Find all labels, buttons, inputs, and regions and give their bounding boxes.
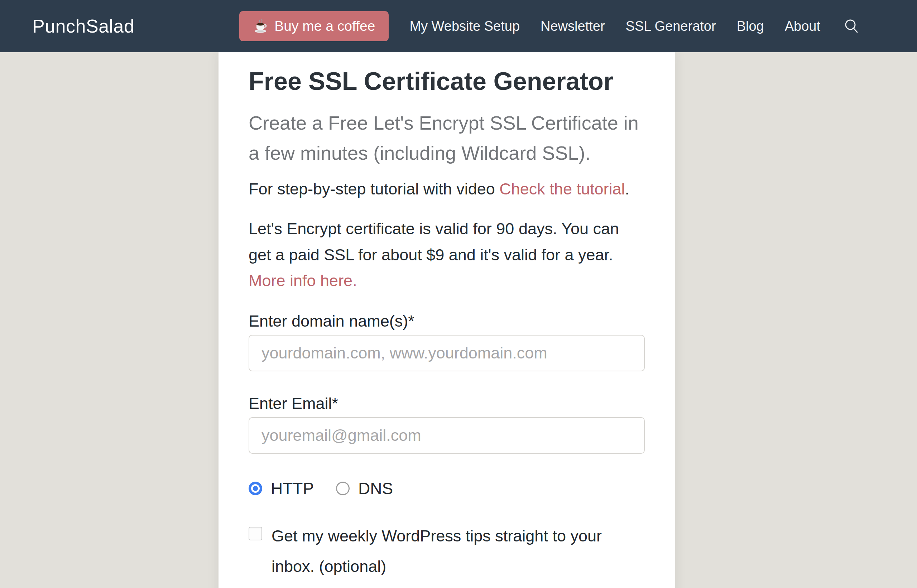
- site-logo[interactable]: PunchSalad: [32, 15, 134, 37]
- tutorial-text-prefix: For step-by-step tutorial with video: [249, 180, 499, 198]
- http-radio-option[interactable]: HTTP: [249, 479, 314, 498]
- http-radio-ring: [251, 484, 260, 493]
- newsletter-checkbox-row[interactable]: Get my weekly WordPress tips straight to…: [249, 521, 645, 582]
- main-nav: Buy me a coffee My Website Setup Newslet…: [239, 11, 860, 41]
- coffee-button-label: Buy me a coffee: [274, 18, 375, 34]
- search-button[interactable]: [843, 18, 860, 34]
- search-icon: [843, 18, 860, 34]
- nav-item-about[interactable]: About: [785, 19, 820, 34]
- email-label: Enter Email*: [249, 394, 645, 413]
- validity-text-prefix: Let's Encrypt certificate is valid for 9…: [249, 220, 619, 264]
- nav-item-my-website-setup[interactable]: My Website Setup: [409, 19, 520, 34]
- verification-method-row: HTTP DNS: [249, 479, 645, 498]
- dns-radio-label: DNS: [358, 479, 393, 498]
- tutorial-text-suffix: .: [625, 180, 629, 198]
- site-header: PunchSalad Buy me a coffee My Website Se…: [0, 0, 917, 52]
- newsletter-checkbox[interactable]: [249, 527, 262, 540]
- page-title: Free SSL Certificate Generator: [249, 67, 645, 95]
- dns-radio-option[interactable]: DNS: [336, 479, 393, 498]
- http-radio-dot: [253, 486, 258, 491]
- more-info-link[interactable]: More info here.: [249, 271, 357, 290]
- page-main: Free SSL Certificate Generator Create a …: [0, 52, 917, 588]
- coffee-cup-icon: [253, 18, 268, 34]
- ssl-generator-card: Free SSL Certificate Generator Create a …: [218, 52, 675, 588]
- validity-text: Let's Encrypt certificate is valid for 9…: [249, 216, 645, 294]
- nav-item-blog[interactable]: Blog: [737, 19, 764, 34]
- domain-input[interactable]: [249, 335, 645, 372]
- http-radio[interactable]: [249, 481, 262, 495]
- domain-label: Enter domain name(s)*: [249, 312, 645, 331]
- check-the-tutorial-link[interactable]: Check the tutorial: [499, 180, 625, 198]
- tutorial-text: For step-by-step tutorial with video Che…: [249, 176, 645, 202]
- nav-item-newsletter[interactable]: Newsletter: [540, 19, 605, 34]
- dns-radio[interactable]: [336, 481, 349, 495]
- page-subtitle: Create a Free Let's Encrypt SSL Certific…: [249, 108, 645, 168]
- http-radio-label: HTTP: [271, 479, 314, 498]
- buy-me-a-coffee-button[interactable]: Buy me a coffee: [239, 11, 389, 41]
- nav-item-ssl-generator[interactable]: SSL Generator: [626, 19, 716, 34]
- email-input[interactable]: [249, 417, 645, 454]
- ssl-form: Enter domain name(s)* Enter Email* HTTP …: [249, 312, 645, 588]
- newsletter-checkbox-label: Get my weekly WordPress tips straight to…: [272, 521, 630, 582]
